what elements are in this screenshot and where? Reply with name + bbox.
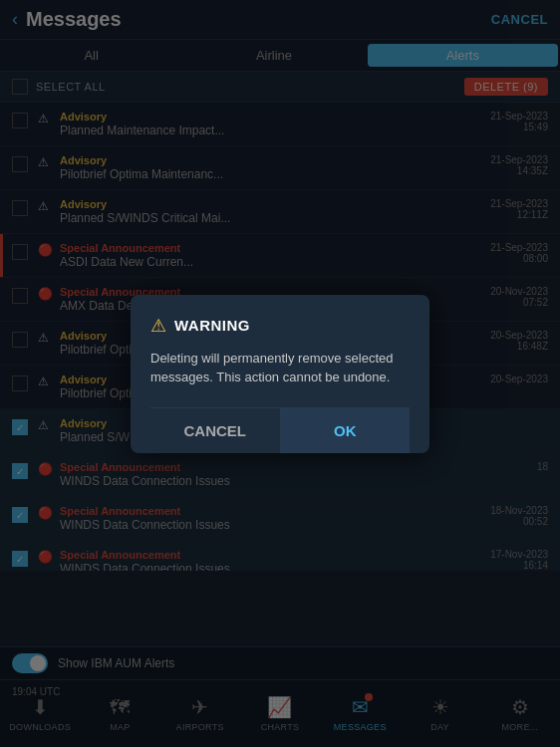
modal-ok-button[interactable]: OK bbox=[281, 408, 411, 453]
modal-title-row: ⚠ WARNING bbox=[150, 315, 410, 337]
modal-body: Deleting will permanently remove selecte… bbox=[150, 349, 410, 387]
modal-title: WARNING bbox=[174, 317, 250, 334]
modal-cancel-button[interactable]: CANCEL bbox=[150, 408, 281, 453]
warning-modal: ⚠ WARNING Deleting will permanently remo… bbox=[131, 295, 429, 453]
warning-icon: ⚠ bbox=[150, 315, 166, 337]
modal-buttons: CANCEL OK bbox=[150, 407, 410, 453]
modal-overlay: ⚠ WARNING Deleting will permanently remo… bbox=[0, 0, 560, 747]
